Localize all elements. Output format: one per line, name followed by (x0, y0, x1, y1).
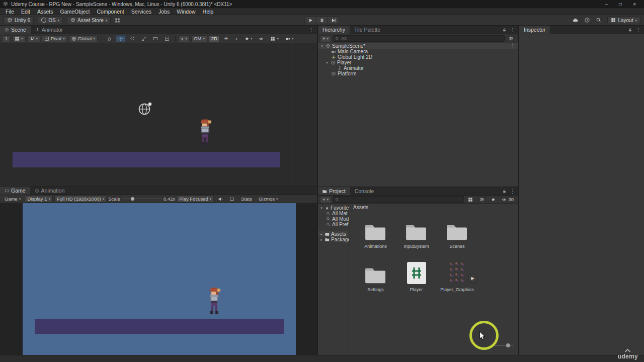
minimize-button[interactable]: – (605, 2, 608, 7)
menu-services[interactable]: Services (128, 9, 155, 15)
game-viewport[interactable] (0, 203, 317, 355)
layout-dropdown[interactable]: Layout ▾ (607, 16, 640, 24)
tree-row-scene[interactable]: ▾ SampleScene* ⋮ (318, 43, 518, 49)
menu-help[interactable]: Help (199, 9, 217, 15)
play-focused-dropdown[interactable]: Play Focused▾ (177, 196, 214, 203)
platform-object[interactable] (13, 152, 280, 167)
shading-mode-dropdown[interactable]: ◐▾ (179, 35, 190, 42)
favorite-all-prefabs[interactable]: All Pref (318, 222, 349, 227)
step-button[interactable] (328, 16, 340, 24)
vsync-button[interactable] (227, 196, 237, 203)
transform-tool-button[interactable] (162, 35, 172, 42)
move-tool-button[interactable] (116, 35, 126, 42)
tree-row-global-light[interactable]: Global Light 2D (318, 54, 518, 60)
scale-slider[interactable] (122, 197, 162, 202)
close-button[interactable]: × (633, 2, 636, 7)
favorite-all-materials[interactable]: All Mat (318, 211, 349, 216)
panel-menu-icon[interactable]: ⋮ (309, 27, 314, 33)
lock-icon[interactable] (502, 28, 507, 32)
maximize-button[interactable]: □ (619, 2, 622, 7)
search-icon[interactable] (596, 17, 602, 23)
scene-camera-dropdown[interactable]: ▾ (283, 35, 296, 42)
grid-visibility-dropdown[interactable]: ▾ (268, 35, 281, 42)
grid-snap-dropdown[interactable]: ▾ (12, 35, 26, 42)
tree-packages-row[interactable]: ▸ Packages (318, 237, 349, 242)
grid-zoom-slider[interactable] (493, 343, 513, 348)
menu-file[interactable]: File (2, 9, 18, 15)
game-view-dropdown[interactable]: Game▾ (2, 196, 23, 203)
tool-index-field[interactable]: 1 (2, 35, 11, 42)
expander-icon[interactable]: ▸ (319, 232, 324, 236)
om-dropdown[interactable]: OM▾ (191, 35, 207, 42)
lock-icon[interactable] (502, 189, 507, 194)
global-dropdown[interactable]: Global▾ (69, 35, 98, 42)
player-sprite[interactable] (198, 119, 212, 146)
tab-game[interactable]: Game (0, 187, 30, 195)
display-dropdown[interactable]: Display 1▾ (25, 196, 53, 203)
project-search-input[interactable] (333, 196, 464, 203)
create-dropdown[interactable]: +▾ (320, 35, 331, 42)
tab-project[interactable]: Project (318, 187, 350, 195)
favorite-all-models[interactable]: All Mod (318, 216, 349, 222)
menu-gameobject[interactable]: GameObject (57, 9, 94, 15)
search-by-type-button[interactable] (465, 196, 475, 203)
play-button[interactable] (305, 16, 316, 24)
cloud-icon[interactable] (572, 17, 579, 24)
search-by-label-button[interactable] (477, 196, 487, 203)
scene-audio-toggle[interactable]: ♪ (232, 35, 240, 42)
asset-tile-settings[interactable]: Settings (355, 256, 396, 300)
asset-store-dropdown[interactable]: Asset Store ▾ (67, 16, 111, 24)
expander-icon[interactable]: ▾ (320, 44, 324, 48)
scene-visibility-toggle[interactable] (256, 35, 266, 42)
pause-button[interactable] (316, 16, 328, 24)
hierarchy-search-input[interactable]: All (333, 35, 505, 42)
tab-hierarchy[interactable]: Hierarchy (318, 26, 350, 34)
row-menu-icon[interactable]: ⋮ (510, 43, 518, 49)
panel-menu-icon[interactable]: ⋮ (636, 27, 641, 33)
tree-row-platform[interactable]: Platform (318, 71, 518, 76)
menu-component[interactable]: Component (93, 9, 127, 15)
asset-tile-inputsystem[interactable]: InputSystem (396, 213, 437, 256)
panel-menu-icon[interactable]: ⋮ (510, 189, 515, 194)
tree-row-animator[interactable]: Animator (318, 65, 518, 71)
favorites-row[interactable]: ▾ ★ Favorites (318, 205, 349, 211)
hidden-packages-indicator[interactable]: 30 (499, 196, 516, 203)
create-dropdown[interactable]: +▾ (320, 196, 331, 203)
expander-icon[interactable]: ▾ (325, 61, 329, 65)
effects-dropdown[interactable]: ★▾ (242, 35, 255, 42)
hierarchy-filter-button[interactable] (506, 35, 516, 42)
asset-tile-player-script[interactable]: Player (396, 256, 437, 300)
scene-lighting-toggle[interactable]: ☀ (221, 35, 231, 42)
asset-tile-animations[interactable]: Animations (355, 213, 396, 256)
menu-edit[interactable]: Edit (18, 9, 34, 15)
tab-scene[interactable]: Scene (0, 26, 31, 34)
rect-tool-button[interactable] (150, 35, 160, 42)
mute-audio-button[interactable] (215, 196, 225, 203)
preview-play-button[interactable]: ▶ (468, 274, 477, 283)
asset-tile-scenes[interactable]: Scenes (437, 213, 477, 256)
snap-magnet-dropdown[interactable]: ▾ (27, 35, 41, 42)
save-search-button[interactable]: ★ (489, 196, 498, 203)
menu-jobs[interactable]: Jobs (155, 9, 173, 15)
tab-animator[interactable]: Animator (31, 26, 67, 34)
lock-icon[interactable] (628, 28, 632, 32)
unity-version-badge[interactable]: Unity 6 (4, 16, 34, 24)
tree-row-main-camera[interactable]: Main Camera (318, 49, 518, 54)
stats-button[interactable]: Stats (238, 196, 255, 203)
tab-inspector[interactable]: Inspector (519, 26, 550, 34)
slider-knob[interactable] (131, 197, 134, 201)
pivot-dropdown[interactable]: Pivot▾ (42, 35, 67, 42)
menu-window[interactable]: Window (173, 9, 199, 15)
account-dropdown[interactable]: OS ▾ (38, 16, 63, 24)
expander-icon[interactable]: ▾ (319, 206, 324, 210)
tree-row-player[interactable]: ▾ Player (318, 60, 518, 65)
2d-toggle-button[interactable]: 2D (209, 35, 220, 42)
rotate-tool-button[interactable] (127, 35, 137, 42)
panel-menu-icon[interactable]: ⋮ (510, 27, 515, 33)
gizmos-dropdown[interactable]: Gizmos▾ (256, 196, 281, 203)
scale-tool-button[interactable] (139, 35, 149, 42)
resolution-dropdown[interactable]: Full HD (1920x1080)▾ (54, 196, 107, 203)
toolbar-extra-icon[interactable] (115, 18, 120, 23)
scene-viewport[interactable] (0, 43, 317, 186)
history-icon[interactable] (584, 17, 590, 23)
